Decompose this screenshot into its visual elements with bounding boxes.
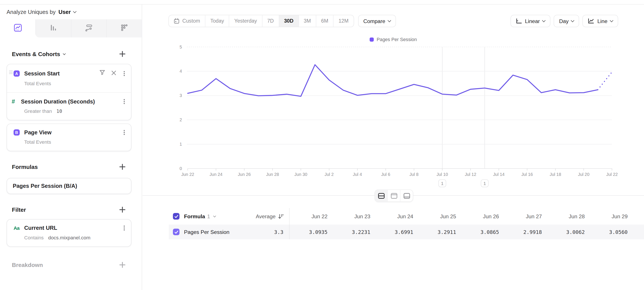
filter-title[interactable]: Current URL — [24, 225, 119, 231]
range-3m[interactable]: 3M — [298, 15, 316, 27]
range-custom[interactable]: Custom — [169, 15, 205, 27]
remove-icon[interactable] — [112, 70, 116, 77]
formulas-section-title: Formulas — [12, 163, 38, 170]
event-card-page-view[interactable]: B Page View Total Events — [6, 123, 131, 151]
column-header[interactable]: Jun 22 — [290, 213, 332, 219]
range-7d[interactable]: 7D — [262, 15, 279, 27]
table-only-icon — [403, 193, 410, 199]
cell-value: 3.0935 — [290, 229, 332, 235]
row-checkbox[interactable] — [173, 229, 179, 235]
chevron-down-icon — [571, 19, 574, 22]
column-header[interactable]: Jun 29 — [590, 213, 632, 219]
layout-split-toggle[interactable] — [375, 190, 387, 201]
filter-card[interactable]: Aa Current URL Contains docs.mixpanel.co… — [6, 219, 131, 247]
formula-card[interactable]: Pages Per Session (B/A) — [6, 178, 131, 194]
x-axis-label: Jul 8 — [410, 172, 418, 177]
table-data-row[interactable]: Pages Per Session 3.3 3.09353.22313.6991… — [169, 224, 644, 239]
column-header[interactable]: Jun 23 — [332, 213, 375, 219]
y-axis-label: 0 — [180, 166, 182, 171]
formulas-section-header: Formulas — [0, 161, 142, 173]
split-view-icon — [378, 193, 384, 199]
compare-button[interactable]: Compare — [358, 15, 396, 27]
tab-bar-chart[interactable] — [36, 19, 71, 37]
series-line-projected — [598, 72, 612, 90]
y-axis-label: 5 — [180, 45, 182, 49]
filter-icon[interactable] — [100, 70, 105, 77]
x-axis-label: Jul 2 — [324, 172, 334, 177]
events-section-title[interactable]: Events & Cohorts — [12, 51, 66, 57]
more-options-icon[interactable] — [124, 227, 125, 229]
add-event-button[interactable] — [120, 51, 125, 57]
more-options-icon[interactable] — [124, 73, 125, 74]
chevron-down-icon[interactable] — [213, 214, 216, 217]
range-30d[interactable]: 30D — [279, 15, 298, 27]
x-axis-label: Jul 18 — [550, 172, 561, 177]
tab-metrics[interactable] — [106, 19, 142, 37]
column-header[interactable]: Jun 24 — [376, 213, 418, 219]
insights-report: Analyze Uniques by User — [0, 0, 644, 290]
operator-value[interactable]: docs.mixpanel.com — [48, 235, 90, 241]
event-measure[interactable]: Total Events — [24, 139, 51, 145]
add-filter-button[interactable] — [120, 207, 125, 213]
formula-header-label[interactable]: Formula — [184, 213, 205, 219]
range-12m[interactable]: 12M — [333, 15, 354, 27]
x-axis-label: Jul 20 — [578, 172, 590, 177]
column-header[interactable]: Jun 25 — [418, 213, 461, 219]
select-all-checkbox[interactable] — [173, 213, 179, 220]
line-chart: 012345Jun 22Jun 24Jun 26Jun 28Jun 30Jul … — [142, 33, 644, 195]
cell-value: 3.2911 — [418, 229, 461, 235]
tab-flows[interactable] — [71, 19, 106, 37]
range-yesterday[interactable]: Yesterday — [229, 15, 262, 27]
column-header[interactable]: Jun 26 — [461, 213, 504, 219]
x-axis-label: Jul 6 — [381, 172, 390, 177]
event-title[interactable]: Session Start — [24, 70, 96, 76]
add-breakdown-button[interactable] — [120, 262, 125, 268]
main-panel: Custom Today Yesterday 7D 30D 3M 6M 12M … — [142, 5, 644, 290]
average-column-header[interactable]: Average — [256, 213, 283, 219]
sidebar-tabs-inactive — [36, 19, 142, 37]
event-subtitle: Total Events — [24, 139, 125, 145]
drag-handle-icon[interactable] — [9, 72, 13, 73]
cell-value: 3.0062 — [547, 229, 590, 235]
chevron-down-icon — [388, 19, 391, 22]
analyze-by-value[interactable]: User — [58, 9, 71, 15]
event-title[interactable]: Page View — [24, 129, 119, 135]
column-header[interactable]: Jun 28 — [547, 213, 590, 219]
y-axis-label: 1 — [180, 142, 182, 147]
range-6m[interactable]: 6M — [316, 15, 333, 27]
bar-chart-icon — [49, 24, 58, 33]
tab-line-chart[interactable] — [0, 19, 36, 37]
more-options-icon[interactable] — [124, 101, 125, 102]
layout-table-toggle[interactable] — [400, 190, 413, 201]
range-today[interactable]: Today — [205, 15, 229, 27]
layout-chart-toggle[interactable] — [387, 190, 400, 201]
y-axis-label: 4 — [180, 69, 182, 74]
operator-value[interactable]: 10 — [56, 108, 62, 114]
x-axis-label: Jun 26 — [238, 172, 251, 177]
more-options-icon[interactable] — [124, 132, 125, 133]
x-axis-label: Jun 24 — [210, 172, 222, 177]
table-header-main-cell: Formula 1 Average — [169, 208, 290, 224]
analyze-by-label: Analyze Uniques by — [6, 9, 56, 15]
cell-value: 2.9918 — [504, 229, 547, 235]
event-measure[interactable]: Total Events — [24, 81, 51, 87]
chevron-down-icon[interactable] — [73, 10, 77, 13]
granularity-button[interactable]: Day — [554, 15, 579, 27]
event-card-session-start[interactable]: A Session Start — [6, 64, 131, 120]
scale-label: Linear — [525, 18, 540, 24]
x-axis-label: Jul 12 — [465, 172, 476, 177]
sidebar-tabs — [0, 19, 142, 37]
operator-label[interactable]: Contains — [24, 235, 44, 241]
operator-label[interactable]: Greater than — [24, 108, 52, 114]
filter-condition: Contains docs.mixpanel.com — [24, 235, 125, 241]
cell-value: 3.2231 — [332, 229, 375, 235]
annotation-count: 1 — [483, 181, 486, 186]
column-header[interactable]: Jun 27 — [504, 213, 547, 219]
scale-button[interactable]: Linear — [511, 15, 551, 27]
series-line[interactable] — [188, 65, 598, 96]
add-formula-button[interactable] — [120, 164, 125, 170]
chart-type-button[interactable]: Line — [582, 15, 618, 27]
property-title[interactable]: Session Duration (Seconds) — [21, 98, 119, 104]
sort-descending-icon — [278, 214, 284, 219]
filter-row: Aa Current URL — [7, 220, 131, 231]
